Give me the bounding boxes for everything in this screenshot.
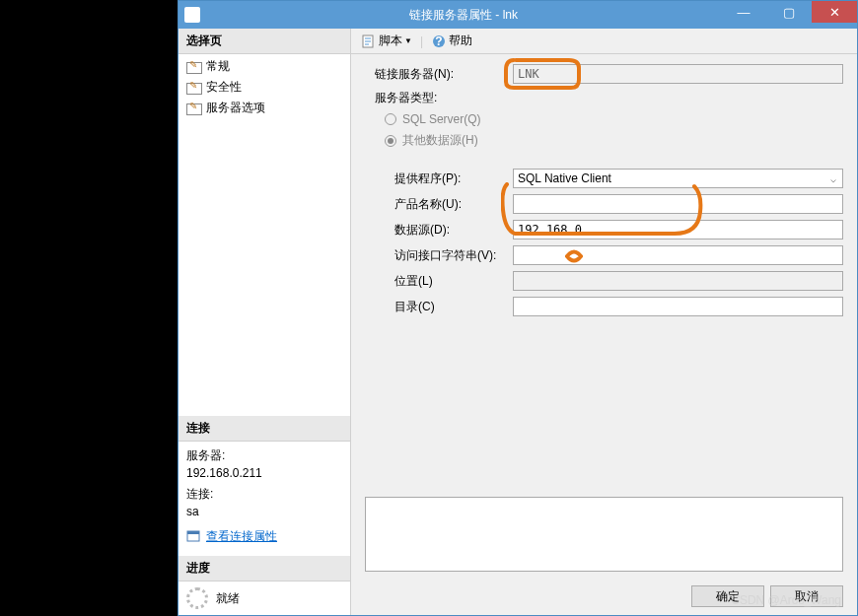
radio-icon xyxy=(385,113,396,125)
message-box xyxy=(365,497,843,572)
view-connection-props-link[interactable]: 查看连接属性 xyxy=(186,528,277,545)
page-icon xyxy=(186,60,202,74)
toolbar: 脚本 ▼ | ? 帮助 xyxy=(351,29,857,54)
svg-text:?: ? xyxy=(435,34,442,48)
provider-label: 提供程序(P): xyxy=(365,171,513,187)
radio-other: 其他数据源(H) xyxy=(365,132,843,149)
radio-sqlserver-label: SQL Server(Q) xyxy=(402,112,481,126)
help-button[interactable]: ? 帮助 xyxy=(427,31,476,51)
nav-list: 常规 安全性 服务器选项 xyxy=(179,54,350,120)
dialog-window: 链接服务器属性 - lnk — ▢ ✕ 选择页 常规 安全性 服务器选项 xyxy=(178,0,858,616)
cancel-button[interactable]: 取消 xyxy=(770,585,843,607)
radio-icon xyxy=(385,135,396,147)
location-input[interactable] xyxy=(513,271,843,291)
page-icon xyxy=(186,102,202,115)
left-panel: 选择页 常规 安全性 服务器选项 连接 服务器: 192.168. xyxy=(179,29,351,615)
maximize-button[interactable]: ▢ xyxy=(766,1,812,23)
form-area: 链接服务器(N): 服务器类型: SQL Server(Q) 其他数据源(H) … xyxy=(351,54,857,477)
nav-label: 安全性 xyxy=(206,79,242,96)
nav-item-security[interactable]: 安全性 xyxy=(179,77,350,98)
progress-header: 进度 xyxy=(179,556,350,582)
right-panel: 脚本 ▼ | ? 帮助 链接服务器(N): 服务器类型: xyxy=(351,29,857,615)
server-value: 192.168.0.211 xyxy=(186,466,342,480)
spinner-icon xyxy=(186,587,208,609)
view-props-text: 查看连接属性 xyxy=(206,528,277,545)
ok-button[interactable]: 确定 xyxy=(691,585,764,607)
provstring-input[interactable] xyxy=(513,245,843,265)
button-bar: 确定 取消 xyxy=(351,578,857,615)
minimize-button[interactable]: — xyxy=(721,1,766,23)
server-label: 服务器: xyxy=(186,447,342,464)
page-icon xyxy=(186,81,202,95)
catalog-input[interactable] xyxy=(513,297,843,316)
location-label: 位置(L) xyxy=(365,273,513,290)
conn-value: sa xyxy=(186,505,342,518)
provstring-label: 访问接口字符串(V): xyxy=(365,247,513,264)
server-type-label: 服务器类型: xyxy=(365,90,513,106)
help-label: 帮助 xyxy=(449,33,472,49)
catalog-label: 目录(C) xyxy=(365,299,513,315)
nav-label: 服务器选项 xyxy=(206,100,265,116)
provider-value: SQL Native Client xyxy=(518,171,611,185)
nav-item-server-options[interactable]: 服务器选项 xyxy=(179,98,350,118)
nav-label: 常规 xyxy=(206,58,230,75)
titlebar: 链接服务器属性 - lnk — ▢ ✕ xyxy=(179,1,857,29)
provider-select[interactable]: SQL Native Client xyxy=(513,169,843,188)
script-label: 脚本 xyxy=(379,33,402,49)
app-icon xyxy=(184,7,200,23)
connection-section: 服务器: 192.168.0.211 连接: sa 查看连接属性 xyxy=(179,442,350,557)
progress-status: 就绪 xyxy=(216,590,240,607)
datasource-input[interactable] xyxy=(513,220,843,240)
product-label: 产品名称(U): xyxy=(365,196,513,213)
select-page-header: 选择页 xyxy=(179,29,350,54)
close-button[interactable]: ✕ xyxy=(812,1,857,23)
progress-section: 就绪 xyxy=(179,582,350,615)
window-title: 链接服务器属性 - lnk xyxy=(206,7,721,24)
connection-header: 连接 xyxy=(179,416,350,442)
dropdown-icon: ▼ xyxy=(404,36,412,45)
nav-item-general[interactable]: 常规 xyxy=(179,56,350,77)
linked-server-label: 链接服务器(N): xyxy=(365,66,513,83)
properties-icon xyxy=(186,529,202,543)
script-button[interactable]: 脚本 ▼ xyxy=(357,31,416,51)
product-input[interactable] xyxy=(513,194,843,214)
datasource-label: 数据源(D): xyxy=(365,222,513,239)
help-icon: ? xyxy=(431,34,447,49)
radio-sqlserver: SQL Server(Q) xyxy=(365,112,843,126)
svg-rect-1 xyxy=(187,531,199,534)
script-icon xyxy=(361,34,377,49)
radio-other-label: 其他数据源(H) xyxy=(402,132,478,149)
linked-server-input[interactable] xyxy=(513,64,843,84)
conn-label: 连接: xyxy=(186,486,342,503)
